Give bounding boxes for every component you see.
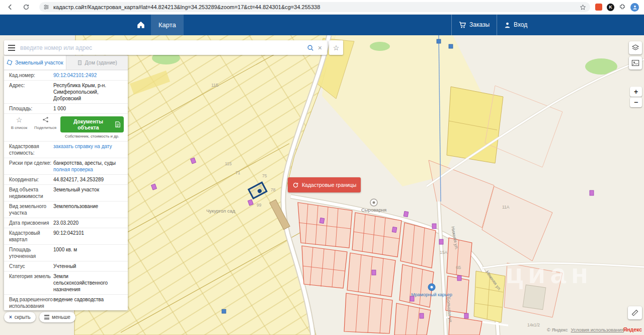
- parcel-number: 115: [225, 161, 232, 166]
- building-icon: [77, 60, 83, 65]
- search-icon[interactable]: [307, 44, 314, 51]
- field-row: Вид разрешенного использования ведение с…: [4, 294, 128, 310]
- quarry-icon[interactable]: [428, 284, 435, 291]
- search-input[interactable]: [19, 44, 307, 52]
- cadastral-borders-button[interactable]: Кадастровые границы: [288, 177, 361, 192]
- parcel-number: 99: [257, 203, 262, 208]
- yandex-logo[interactable]: Яндекс: [623, 326, 642, 332]
- map-attribution: © Яндекс Условия использования: [547, 327, 624, 332]
- list-icon: [44, 315, 49, 319]
- actions-row: ☆ В список Поделиться Документы объекта …: [4, 113, 128, 141]
- site-header: Карта Заказы Вход: [0, 14, 644, 35]
- share-icon: [42, 116, 49, 124]
- order-certificate-link[interactable]: заказать справку на дату: [53, 144, 112, 149]
- parcel-number: 71: [235, 170, 240, 175]
- parcel-number: 11А: [502, 205, 510, 210]
- parcel-number: 14к1/2: [527, 322, 540, 327]
- favorites-button[interactable]: ☆: [329, 40, 343, 55]
- ruler-button[interactable]: [628, 306, 642, 319]
- parcel-info-panel: Земельный участок Дом (здание) Кад.номер…: [4, 55, 128, 310]
- bookmark-star-icon[interactable]: [580, 4, 586, 11]
- tune-icon: [43, 4, 49, 10]
- field-row: Кад.номер: 90:12:042101:2492: [4, 70, 128, 80]
- field-row: Категория земель Земли сельскохозяйствен…: [4, 271, 128, 294]
- profile-avatar[interactable]: [630, 3, 639, 12]
- docs-caption: Собственник, стоимость и др.: [65, 134, 119, 139]
- less-info-button[interactable]: меньше: [39, 312, 75, 322]
- zoom-out-button[interactable]: −: [630, 97, 642, 107]
- puzzle-extensions-icon[interactable]: [619, 4, 626, 11]
- field-row: Кадастровая стоимость: заказать справку …: [4, 141, 128, 158]
- menu-icon[interactable]: [4, 45, 19, 51]
- add-to-list-button[interactable]: ☆ В список: [8, 116, 30, 130]
- garden-label: Чукургол сад: [206, 208, 235, 214]
- quarry-label: Мраморный карьер: [411, 292, 452, 297]
- login-label: Вход: [514, 21, 527, 28]
- field-row: Адрес: Республика Крым, р-н. Симферополь…: [4, 80, 128, 103]
- parcel-number: 78: [271, 187, 276, 192]
- hide-panel-button[interactable]: × скрыть: [4, 312, 36, 322]
- document-icon: [115, 121, 120, 127]
- field-row: Координаты: 44.824217, 34.253289: [4, 174, 128, 184]
- copyright-text: © Яндекс: [547, 327, 568, 332]
- parcel-number: 6Б: [456, 265, 461, 270]
- layers-button[interactable]: [629, 41, 642, 54]
- k-extension-icon[interactable]: K: [607, 4, 614, 11]
- cadastral-number-link[interactable]: 90:12:042101:2492: [53, 73, 97, 78]
- tab-building-label: Дом (здание): [85, 59, 117, 65]
- share-button[interactable]: Поделиться: [34, 116, 56, 130]
- search-bar: ×: [4, 40, 327, 55]
- field-row: Вид объекта недвижимости Земельный участ…: [4, 184, 128, 201]
- field-row: Вид земельного участка Землепользование: [4, 201, 128, 218]
- field-row: Риски при сделке: банкротства, аресты, с…: [4, 158, 128, 174]
- zoom-controls: + −: [630, 87, 642, 107]
- cheese-factory-label: Сыроварня: [361, 207, 386, 213]
- field-row: Площадь уточненная 1000 кв. м: [4, 244, 128, 261]
- user-icon: [504, 22, 511, 28]
- login-button[interactable]: Вход: [497, 14, 535, 35]
- url-text: кадастр.сайт/Кадастровая_карта#lat=44.82…: [53, 4, 576, 10]
- panorama-button[interactable]: [629, 56, 642, 70]
- cheese-factory-icon[interactable]: [370, 199, 377, 206]
- orders-button[interactable]: Заказы: [451, 14, 497, 35]
- refresh-icon: [292, 182, 299, 188]
- cian-watermark: циан: [506, 257, 593, 289]
- tab-land-parcel[interactable]: Земельный участок: [4, 55, 66, 70]
- image-icon: [631, 59, 639, 66]
- tab-land-label: Земельный участок: [15, 59, 63, 65]
- reload-icon[interactable]: [20, 1, 32, 13]
- back-icon[interactable]: [4, 1, 16, 13]
- zoom-in-button[interactable]: +: [630, 87, 642, 97]
- cart-icon: [459, 21, 466, 29]
- parcel-number: 15А: [440, 250, 447, 255]
- star-icon: ☆: [16, 116, 23, 124]
- parcel-number: 11Б: [211, 83, 219, 88]
- object-documents-button[interactable]: Документы объекта: [60, 116, 124, 132]
- clear-search-icon[interactable]: ×: [314, 44, 327, 52]
- terms-link[interactable]: Условия использования: [571, 327, 624, 332]
- close-icon: ×: [9, 314, 12, 320]
- home-button[interactable]: [132, 14, 150, 35]
- browser-toolbar: кадастр.сайт/Кадастровая_карта#lat=44.82…: [0, 0, 644, 15]
- field-row: Статус Учтенный: [4, 261, 128, 271]
- parcel-icon: [7, 59, 13, 65]
- field-row: Площадь: 1 000: [4, 103, 128, 113]
- orders-label: Заказы: [469, 21, 490, 28]
- extension-icon[interactable]: [595, 4, 602, 11]
- field-row: Дата присвоения 23.03.2020: [4, 218, 128, 228]
- layers-icon: [631, 44, 639, 52]
- parcel-number: 75: [262, 173, 267, 178]
- field-row: Кадастровый квартал 90:12:042101: [4, 228, 128, 244]
- map-tab[interactable]: Карта: [151, 14, 184, 35]
- full-check-link[interactable]: полная проверка: [53, 167, 93, 172]
- tab-building[interactable]: Дом (здание): [66, 55, 128, 70]
- address-bar[interactable]: кадастр.сайт/Кадастровая_карта#lat=44.82…: [39, 2, 590, 12]
- ruler-icon: [631, 309, 639, 317]
